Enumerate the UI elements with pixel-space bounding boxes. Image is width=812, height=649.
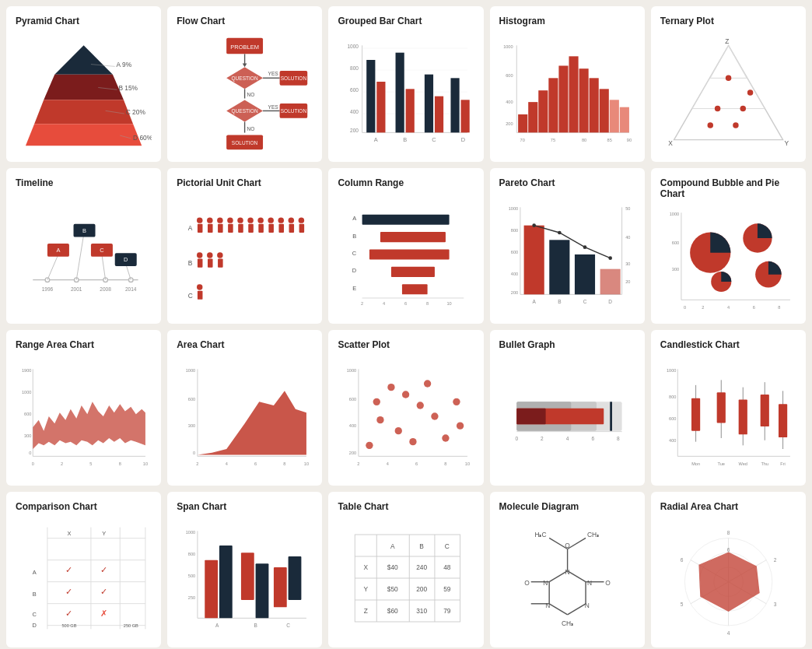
- svg-text:0: 0: [684, 305, 686, 310]
- svg-text:40: 40: [625, 235, 630, 240]
- svg-rect-136: [299, 224, 305, 233]
- svg-text:5: 5: [681, 602, 684, 607]
- svg-text:800: 800: [510, 228, 517, 233]
- svg-text:D: D: [124, 256, 128, 263]
- svg-rect-134: [289, 224, 295, 233]
- chart-grouped-bar: 1000 800 600 400 200: [338, 33, 474, 153]
- svg-text:1000: 1000: [348, 44, 359, 49]
- chart-pictorial: A B: [177, 195, 313, 314]
- svg-text:30: 30: [625, 261, 630, 266]
- svg-text:B: B: [353, 233, 357, 240]
- svg-text:$40: $40: [387, 563, 398, 571]
- svg-point-242: [457, 422, 464, 429]
- svg-text:A: A: [33, 569, 37, 576]
- title-span: Span Chart: [177, 501, 313, 512]
- svg-text:1000: 1000: [667, 368, 676, 373]
- card-histogram: Histogram 1000 600 400 200: [490, 6, 645, 162]
- card-pareto: Pareto Chart 1000 800 600 400 200 50 40 …: [490, 168, 645, 324]
- svg-point-123: [237, 217, 243, 223]
- svg-text:4: 4: [727, 630, 730, 636]
- svg-point-234: [395, 427, 402, 434]
- svg-text:600: 600: [672, 240, 679, 245]
- svg-text:600: 600: [349, 397, 356, 402]
- svg-text:200: 200: [506, 121, 513, 126]
- svg-rect-70: [589, 78, 598, 132]
- card-area: Area Chart 1000 600 300 0 2 4 6 8 10: [167, 330, 322, 486]
- svg-text:YES: YES: [268, 104, 279, 110]
- svg-rect-51: [451, 78, 460, 132]
- svg-text:8: 8: [445, 461, 447, 466]
- svg-rect-72: [609, 100, 618, 132]
- svg-text:600: 600: [188, 397, 195, 402]
- svg-marker-79: [674, 45, 782, 139]
- svg-text:NO: NO: [247, 92, 255, 97]
- svg-text:SOLUTION: SOLUTION: [232, 140, 258, 146]
- svg-text:✓: ✓: [65, 565, 72, 574]
- card-candlestick: Candlestick Chart 1000 800 600 400 Mon T…: [651, 330, 806, 486]
- svg-text:CH₃: CH₃: [587, 531, 599, 538]
- chart-grid: Pyramid Chart A 9% B 15% C 20% D 60%: [6, 6, 806, 647]
- svg-point-140: [207, 252, 212, 258]
- card-pyramid: Pyramid Chart A 9% B 15% C 20% D 60%: [6, 6, 161, 162]
- svg-rect-146: [198, 291, 203, 300]
- card-comparison: Comparison Chart X Y A B: [6, 492, 161, 647]
- svg-point-91: [747, 89, 753, 95]
- svg-point-239: [453, 398, 460, 405]
- svg-rect-65: [538, 90, 548, 132]
- svg-rect-47: [396, 53, 404, 133]
- chart-area: 1000 600 300 0 2 4 6 8 10: [177, 356, 313, 476]
- svg-text:Mon: Mon: [691, 461, 700, 466]
- svg-text:✓: ✓: [65, 609, 72, 618]
- svg-point-138: [197, 252, 202, 258]
- svg-text:300: 300: [672, 267, 679, 272]
- title-candlestick: Candlestick Chart: [660, 339, 796, 350]
- svg-text:200: 200: [510, 290, 517, 295]
- svg-text:200: 200: [349, 451, 356, 455]
- svg-text:✓: ✓: [65, 587, 72, 596]
- svg-rect-276: [760, 395, 768, 426]
- chart-pyramid: A 9% B 15% C 20% D 60%: [16, 33, 152, 153]
- svg-rect-267: [691, 398, 700, 431]
- svg-text:300: 300: [24, 433, 31, 438]
- title-area: Area Chart: [177, 339, 313, 350]
- card-timeline: Timeline 1996 2001 2008 2014 A: [6, 168, 161, 324]
- chart-histogram: 1000 600 400 200 70 75 80 8: [499, 33, 635, 153]
- svg-line-348: [549, 604, 567, 615]
- svg-text:8: 8: [119, 461, 121, 466]
- svg-rect-176: [549, 240, 569, 294]
- svg-text:310: 310: [417, 607, 428, 615]
- svg-text:CH₃: CH₃: [562, 619, 573, 627]
- svg-text:0: 0: [515, 436, 518, 441]
- svg-point-121: [227, 217, 233, 223]
- svg-rect-143: [218, 259, 223, 268]
- svg-text:B: B: [404, 136, 408, 143]
- chart-flow: PROBLEM QUESTION YES SOLUTION NO QUESTIO…: [177, 33, 313, 153]
- svg-point-230: [373, 398, 380, 405]
- chart-timeline: 1996 2001 2008 2014 A B C D: [16, 195, 152, 314]
- svg-text:1000: 1000: [186, 368, 195, 373]
- svg-text:6: 6: [752, 305, 754, 310]
- svg-point-90: [707, 122, 712, 128]
- svg-text:SOLUTION: SOLUTION: [281, 108, 307, 114]
- svg-line-108: [102, 254, 106, 280]
- svg-point-236: [410, 438, 417, 445]
- svg-rect-156: [402, 284, 428, 294]
- svg-text:✓: ✓: [100, 587, 107, 596]
- svg-point-142: [217, 252, 222, 258]
- svg-line-102: [47, 254, 58, 280]
- title-column-range: Column Range: [338, 177, 474, 188]
- chart-radial-area: 8 2 3 4 5 6 6: [660, 518, 796, 638]
- title-compound-bubble: Compound Bubble and Pie Chart: [660, 177, 796, 199]
- svg-rect-46: [377, 82, 386, 132]
- svg-line-111: [126, 264, 131, 280]
- svg-text:$50: $50: [387, 585, 398, 593]
- svg-rect-314: [274, 567, 287, 607]
- svg-rect-141: [208, 259, 213, 268]
- svg-text:400: 400: [349, 423, 356, 428]
- svg-text:B: B: [558, 299, 561, 304]
- svg-line-344: [567, 571, 585, 582]
- svg-point-180: [558, 231, 562, 235]
- svg-text:500: 500: [188, 574, 195, 578]
- svg-point-131: [278, 217, 284, 223]
- svg-text:6: 6: [404, 301, 407, 306]
